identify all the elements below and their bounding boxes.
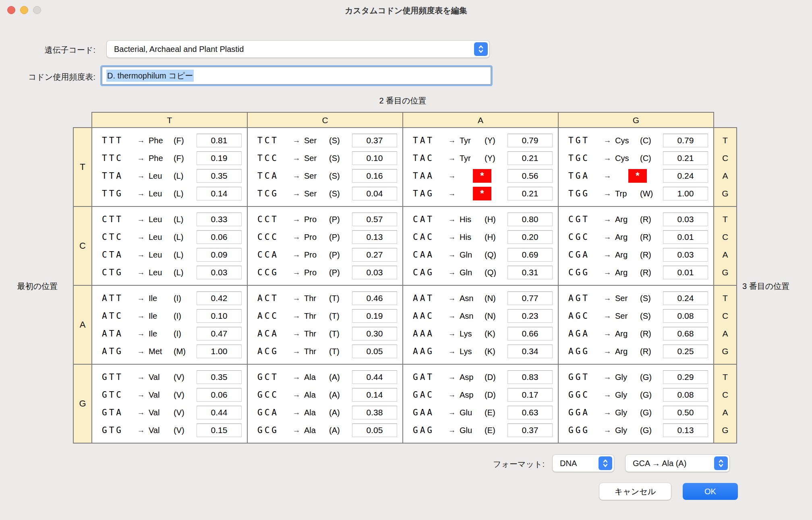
frequency-input-CTA[interactable]: [197, 248, 242, 262]
codon-preview-select[interactable]: GCA → Ala (A): [626, 455, 729, 472]
amino-acid-zone: Thr(T): [304, 312, 349, 321]
frequency-input-CTG[interactable]: [197, 266, 242, 279]
codon-row: CTT→Leu(L): [102, 210, 247, 228]
frequency-input-CTC[interactable]: [197, 230, 242, 244]
frequency-input-ACA[interactable]: [352, 327, 397, 340]
frequency-input-TAA[interactable]: [508, 169, 553, 183]
table-name-input[interactable]: D. thermophilum コピー: [102, 67, 491, 85]
frequency-input-CCT[interactable]: [352, 213, 397, 226]
frequency-input-CGT[interactable]: [663, 213, 708, 226]
arrow-icon: →: [601, 268, 614, 277]
frequency-input-ACT[interactable]: [352, 291, 397, 305]
frequency-input-CGC[interactable]: [663, 230, 708, 244]
frequency-input-GTT[interactable]: [197, 370, 242, 384]
arrow-icon: →: [601, 373, 614, 382]
frequency-input-ACG[interactable]: [352, 345, 397, 358]
frequency-input-GCT[interactable]: [352, 370, 397, 384]
frequency-input-AGC[interactable]: [663, 309, 708, 323]
genetic-code-select[interactable]: Bacterial, Archaeal and Plant Plastid: [107, 41, 489, 58]
frequency-input-GTC[interactable]: [197, 388, 242, 402]
arrow-icon: →: [134, 408, 148, 417]
codon-label: CGT: [568, 215, 601, 224]
frequency-input-AAA[interactable]: [508, 327, 553, 340]
frequency-input-TAT[interactable]: [508, 134, 553, 147]
frequency-input-GTG[interactable]: [197, 423, 242, 437]
frequency-input-TGG[interactable]: [663, 187, 708, 200]
frequency-input-AGT[interactable]: [663, 291, 708, 305]
codon-label: GGT: [568, 372, 601, 382]
codon-label: TAA: [413, 171, 445, 181]
frequency-input-ATC[interactable]: [197, 309, 242, 323]
frequency-input-GCG[interactable]: [352, 423, 397, 437]
frequency-input-GGA[interactable]: [663, 406, 708, 419]
frequency-input-CCC[interactable]: [352, 230, 397, 244]
amino-acid-code: (R): [640, 329, 651, 338]
format-select[interactable]: DNA: [553, 455, 614, 472]
frequency-input-ATT[interactable]: [197, 291, 242, 305]
codon-label: GAG: [413, 425, 445, 435]
amino-acid-name: His: [460, 215, 485, 224]
amino-acid-name: Tyr: [460, 136, 485, 145]
codon-label: ATA: [102, 329, 134, 338]
frequency-input-CCG[interactable]: [352, 266, 397, 279]
first-position-cell: G: [74, 365, 91, 443]
frequency-input-AGA[interactable]: [663, 327, 708, 340]
frequency-input-GAC[interactable]: [508, 388, 553, 402]
arrow-icon: →: [445, 329, 459, 338]
amino-acid-code: (R): [640, 268, 651, 277]
frequency-input-GCC[interactable]: [352, 388, 397, 402]
frequency-input-TCT[interactable]: [352, 134, 397, 147]
frequency-input-TAG[interactable]: [508, 187, 553, 200]
codon-row: CTA→Leu(L): [102, 246, 247, 264]
frequency-input-AAC[interactable]: [508, 309, 553, 323]
amino-acid-name: Arg: [615, 250, 640, 260]
frequency-input-GAG[interactable]: [508, 423, 553, 437]
codon-row: TTT→Phe(F): [102, 132, 247, 149]
frequency-input-CGG[interactable]: [663, 266, 708, 279]
codon-label: TAC: [413, 153, 445, 163]
frequency-input-AGG[interactable]: [663, 345, 708, 358]
frequency-input-TGA[interactable]: [663, 169, 708, 183]
frequency-input-GTA[interactable]: [197, 406, 242, 419]
frequency-input-CAT[interactable]: [508, 213, 553, 226]
frequency-input-TAC[interactable]: [508, 151, 553, 165]
first-position-label: 最初の位置: [10, 281, 64, 292]
frequency-input-GAT[interactable]: [508, 370, 553, 384]
ok-button[interactable]: OK: [683, 483, 738, 500]
frequency-input-CAG[interactable]: [508, 266, 553, 279]
frequency-input-ATG[interactable]: [197, 345, 242, 358]
arrow-icon: →: [290, 233, 303, 241]
frequency-input-TCA[interactable]: [352, 169, 397, 183]
arrow-icon: →: [134, 373, 148, 382]
frequency-input-TGT[interactable]: [663, 134, 708, 147]
frequency-input-GCA[interactable]: [352, 406, 397, 419]
frequency-input-GGG[interactable]: [663, 423, 708, 437]
frequency-input-TGC[interactable]: [663, 151, 708, 165]
frequency-input-TTT[interactable]: [197, 134, 242, 147]
frequency-input-GGT[interactable]: [663, 370, 708, 384]
codon-row: TGC→Cys(C): [568, 149, 713, 167]
frequency-input-CCA[interactable]: [352, 248, 397, 262]
frequency-input-ATA[interactable]: [197, 327, 242, 340]
frequency-input-GGC[interactable]: [663, 388, 708, 402]
codon-row: CCC→Pro(P): [257, 228, 402, 246]
cancel-button[interactable]: キャンセル: [599, 483, 671, 500]
frequency-input-CAC[interactable]: [508, 230, 553, 244]
stop-asterisk-icon: *: [480, 170, 484, 182]
codon-label: ATT: [102, 293, 134, 303]
frequency-input-AAG[interactable]: [508, 345, 553, 358]
amino-acid-name: Ser: [615, 312, 640, 321]
amino-acid-code: (G): [640, 408, 652, 417]
frequency-input-CTT[interactable]: [197, 213, 242, 226]
frequency-input-TTC[interactable]: [197, 151, 242, 165]
codon-row: TCC→Ser(S): [257, 149, 402, 167]
frequency-input-TTG[interactable]: [197, 187, 242, 200]
frequency-input-TCG[interactable]: [352, 187, 397, 200]
frequency-input-AAT[interactable]: [508, 291, 553, 305]
frequency-input-ACC[interactable]: [352, 309, 397, 323]
frequency-input-GAA[interactable]: [508, 406, 553, 419]
frequency-input-TCC[interactable]: [352, 151, 397, 165]
frequency-input-CAA[interactable]: [508, 248, 553, 262]
frequency-input-TTA[interactable]: [197, 169, 242, 183]
frequency-input-CGA[interactable]: [663, 248, 708, 262]
